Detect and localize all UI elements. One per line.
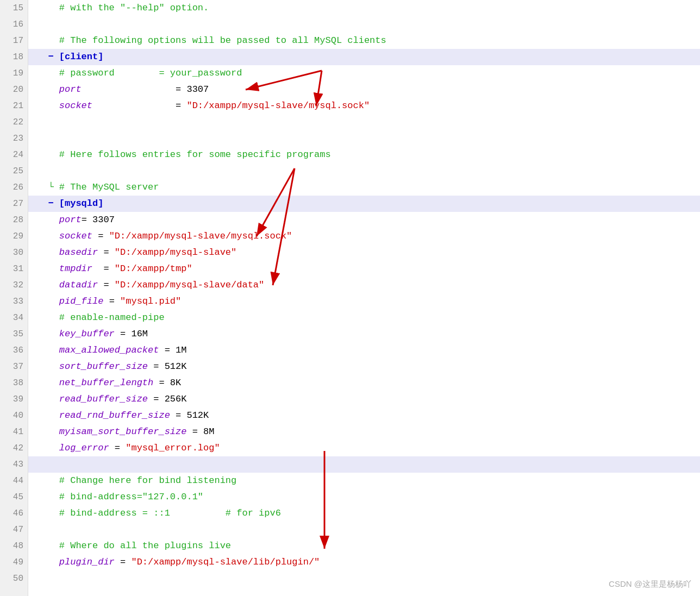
code-line: read_buffer_size = 256K (28, 391, 700, 407)
line-number: 34 (0, 310, 28, 326)
line-number: 49 (0, 554, 28, 570)
token-key: net_buffer_length (37, 375, 153, 391)
token-eq: = (115, 440, 126, 456)
token-text (92, 228, 98, 244)
code-line: # Here follows entries for some specific… (28, 147, 700, 163)
code-line: log_error = "mysql_error.log" (28, 440, 700, 456)
token-str: "D:/xampp/mysql-slave/mysql.sock" (186, 98, 370, 114)
line-number: 22 (0, 114, 28, 130)
line-number: 25 (0, 163, 28, 179)
token-num: 8M (203, 424, 214, 440)
line-number: 43 (0, 456, 28, 473)
token-comment: # Where do all the plugins live (37, 538, 231, 554)
token-text (82, 81, 176, 98)
token-eq: = (159, 375, 170, 391)
token-eq: = (109, 293, 120, 310)
line-number: 41 (0, 424, 28, 440)
token-eq: = (176, 407, 186, 424)
line-number: 50 (0, 570, 28, 587)
token-text (98, 244, 103, 261)
token-num: 16M (131, 326, 148, 342)
line-number: 48 (0, 538, 28, 554)
token-minus: − (37, 196, 59, 212)
token-text (148, 359, 153, 375)
token-key: plugin_dir (37, 554, 115, 570)
code-line: basedir = "D:/xampp/mysql-slave" (28, 244, 700, 261)
code-line: myisam_sort_buffer_size = 8M (28, 424, 700, 440)
line-number: 47 (0, 522, 28, 538)
code-line: port = 3307 (28, 81, 700, 98)
line-number: 36 (0, 342, 28, 359)
token-key: log_error (37, 440, 109, 456)
line-number: 44 (0, 473, 28, 489)
token-comment: # The following options will be passed t… (37, 33, 386, 49)
token-key: pid_file (37, 293, 103, 310)
code-editor: 1516171819202122232425262728293031323334… (0, 0, 700, 596)
token-key: socket (37, 98, 92, 114)
code-line: datadir = "D:/xampp/mysql-slave/data" (28, 277, 700, 293)
token-comment: # Here follows entries for some specific… (37, 147, 331, 163)
code-line (28, 456, 700, 473)
code-line: # The following options will be passed t… (28, 33, 700, 49)
code-line: − [mysqld] (28, 196, 700, 212)
line-number: 42 (0, 440, 28, 456)
token-str: "D:/xampp/tmp" (115, 261, 192, 277)
line-numbers: 1516171819202122232425262728293031323334… (0, 0, 28, 596)
line-number: 24 (0, 147, 28, 163)
token-comment: # bind-address = ::1 # for ipv6 (37, 505, 281, 522)
token-eq: = (103, 261, 114, 277)
token-key: read_buffer_size (37, 391, 148, 407)
token-text (186, 424, 192, 440)
code-line: # enable-named-pipe (28, 310, 700, 326)
token-comment: # password = your_password (37, 65, 242, 81)
token-key: sort_buffer_size (37, 359, 148, 375)
code-line: # with the "--help" option. (28, 0, 700, 16)
token-num: 512K (165, 359, 187, 375)
token-text (92, 98, 176, 114)
code-line (28, 130, 700, 147)
token-num: 3307 (186, 81, 209, 98)
code-line: # bind-address="127.0.0.1" (28, 489, 700, 505)
token-text (103, 293, 109, 310)
token-num: 8K (170, 375, 181, 391)
line-number: 23 (0, 130, 28, 147)
token-key: tmpdir (37, 261, 92, 277)
token-text (115, 326, 120, 342)
code-line: tmpdir = "D:/xampp/tmp" (28, 261, 700, 277)
token-comment: # enable-named-pipe (37, 310, 165, 326)
token-str: "D:/xampp/mysql-slave" (115, 244, 236, 261)
line-number: 46 (0, 505, 28, 522)
token-key: port (37, 81, 82, 98)
code-line (28, 163, 700, 179)
token-text (98, 277, 103, 293)
code-area: # with the "--help" option. # The follow… (28, 0, 700, 596)
token-text (115, 554, 120, 570)
code-line (28, 16, 700, 33)
code-line: port= 3307 (28, 212, 700, 228)
token-key: socket (37, 228, 92, 244)
token-str: "mysql_error.log" (126, 440, 220, 456)
token-num: 3307 (92, 212, 115, 228)
line-number: 21 (0, 98, 28, 114)
token-comment: # with the "--help" option. (37, 0, 209, 16)
token-comment: └ # The MySQL server (37, 179, 159, 196)
line-number: 38 (0, 375, 28, 391)
line-number: 18 (0, 49, 28, 65)
line-number: 32 (0, 277, 28, 293)
token-eq: = (176, 98, 186, 114)
code-line: net_buffer_length = 8K (28, 375, 700, 391)
code-line: max_allowed_packet = 1M (28, 342, 700, 359)
code-line: socket = "D:/xampp/mysql-slave/mysql.soc… (28, 98, 700, 114)
code-line: − [client] (28, 49, 700, 65)
line-number: 16 (0, 16, 28, 33)
token-eq: = (165, 342, 176, 359)
token-comment: # Change here for bind listening (37, 473, 236, 489)
line-number: 31 (0, 261, 28, 277)
line-number: 45 (0, 489, 28, 505)
line-number: 19 (0, 65, 28, 81)
token-num: 512K (186, 407, 209, 424)
line-number: 15 (0, 0, 28, 16)
token-str: "D:/xampp/mysql-slave/lib/plugin/" (131, 554, 320, 570)
code-line: # Change here for bind listening (28, 473, 700, 489)
token-eq: = (153, 359, 164, 375)
